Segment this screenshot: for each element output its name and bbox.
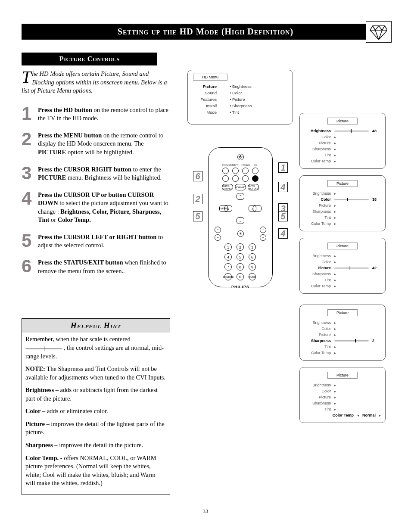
callout-5l: 5: [193, 211, 202, 221]
freeze-button: [242, 168, 249, 174]
autosound-button: AUTO SOUND: [222, 184, 233, 190]
osd-row: Sharpness▸: [304, 208, 381, 215]
hint-p7: Color Temp. - offers NORMAL, COOL, or WA…: [25, 454, 166, 488]
step-number: 6: [22, 258, 34, 275]
osd-row: Color Temp▸: [304, 158, 381, 164]
osd-row: Picture▸: [304, 394, 381, 400]
hint-p3: Brightness – adds or subtracts light fro…: [25, 386, 166, 403]
hd-menu-item: Mode: [193, 109, 217, 115]
hd-menu-item: Picture: [193, 83, 217, 90]
helpful-hint-box: Helpful Hint Remember, when the bar scal…: [22, 318, 170, 495]
numpad-button: 9: [249, 263, 256, 271]
page-title-bar: Setting up the HD Mode (High Definition): [22, 24, 389, 40]
osd-picture-box: PictureBrightness▸Color▸Picture▸Sharpnes…: [299, 305, 386, 361]
vol-down-icon: −: [215, 234, 221, 241]
step-item: 4Press the CURSOR UP or button CURSOR DO…: [22, 191, 170, 224]
osd-row: Tint▸: [304, 344, 381, 350]
osd-row: Color Temp▸: [304, 283, 381, 289]
callout-4b: 4: [278, 228, 288, 239]
hd-menu-item: Install: [193, 103, 217, 109]
osd-row: Picture▸: [304, 202, 381, 208]
helpful-hint-title: Helpful Hint: [22, 319, 170, 333]
osd-picture-box: PictureBrightness48Color▸Picture▸Sharpne…: [299, 113, 386, 169]
osd-row: Brightness48: [304, 128, 381, 134]
osd-title: Picture: [327, 243, 358, 249]
osd-row: Brightness▸: [304, 382, 381, 388]
osd-row: Color Temp◂Normal▸: [304, 412, 381, 418]
mute-button: [252, 175, 258, 182]
section-subtitle: Picture Controls: [22, 53, 157, 65]
callout-4a: 4: [278, 182, 288, 192]
numpad-button: 1: [224, 243, 232, 251]
osd-title: Picture: [327, 309, 358, 316]
numpad-button: 5: [237, 253, 244, 261]
light-button: [232, 168, 239, 174]
numpad-button: SOURCE: [224, 273, 232, 280]
osd-row: Brightness▸: [304, 190, 381, 196]
osd-picture-box: PictureBrightness▸Color38Picture▸Sharpne…: [299, 175, 386, 231]
osd-row: Tint▸: [304, 215, 381, 221]
hd-submenu-item: • Sharpness: [230, 103, 252, 109]
hd-submenu-item: • Tint: [230, 109, 252, 115]
cursor-left-icon: ‹: [224, 205, 232, 212]
step-number: 4: [22, 191, 34, 224]
numpad-button: 7: [224, 263, 232, 271]
osd-row: Picture42: [304, 265, 381, 271]
step-number: 3: [22, 165, 34, 182]
brand-label: PHILIPS: [209, 285, 272, 289]
step-text: Press the CURSOR UP or button CURSOR DOW…: [38, 191, 170, 224]
hint-p2: NOTE: The Shaprness and Tint Controls wi…: [25, 365, 166, 382]
osd-title: Picture: [327, 118, 358, 124]
osd-row: Color Temp▸: [304, 221, 381, 227]
step-text: Press the CURSOR RIGHT button to enter t…: [38, 165, 170, 182]
intro-text: The HD Mode offers certain Picture, Soun…: [22, 70, 170, 95]
step-number: 1: [22, 106, 34, 123]
osd-row: Sharpness▸: [304, 400, 381, 406]
osd-row: Picture▸: [304, 140, 381, 146]
callout-6: 6: [193, 171, 202, 181]
power-icon: ⏻: [237, 154, 244, 160]
hd-menu-box: HD Menu PictureSoundFeaturesInstallMode …: [187, 70, 293, 124]
hint-p1: Remember, when the bar scale is centered…: [25, 335, 166, 361]
osd-row: Tint▸: [304, 406, 381, 412]
step-number: 5: [22, 233, 34, 250]
left-column: The HD Mode offers certain Picture, Soun…: [22, 70, 170, 501]
step-item: 3Press the CURSOR RIGHT button to enter …: [22, 165, 170, 182]
hd-submenu-item: • Color: [230, 90, 252, 96]
osd-row: Sharpness2: [304, 338, 381, 344]
osd-row: Sharpness▸: [304, 146, 381, 152]
hd-menu-title: HD Menu: [193, 74, 227, 81]
step-item: 6Press the STATUS/EXIT button when finis…: [22, 258, 170, 275]
diagram-area: HD Menu PictureSoundFeaturesInstallMode …: [183, 70, 389, 501]
numpad-button: 3: [249, 243, 256, 251]
osd-row: Brightness▸: [304, 320, 381, 326]
step-text: Press the HD button on the remote contro…: [38, 106, 170, 123]
sleep-button: [242, 175, 249, 182]
osd-row: Brightness▸: [304, 253, 381, 259]
osd-picture-box: PictureBrightness▸Color▸Picture▸Sharpnes…: [299, 367, 386, 423]
osd-picture-box: PictureBrightness▸Color▸Picture42Sharpne…: [299, 238, 386, 294]
osd-row: Color▸: [304, 134, 381, 140]
step-item: 1Press the HD button on the remote contr…: [22, 106, 170, 123]
callout-5r: 5: [278, 211, 288, 221]
numpad-button: 2: [237, 243, 244, 251]
cursor-up-icon: ⌃: [237, 193, 244, 200]
diamond-icon: [366, 21, 392, 43]
osd-row: Color▸: [304, 326, 381, 332]
dpad: MENU ⌃ ⌄ ‹ ›: [221, 193, 260, 224]
osd-title: Picture: [327, 372, 358, 379]
osd-row: Color▸: [304, 388, 381, 394]
hd-menu-item: Sound: [193, 90, 217, 96]
hint-p5: Picture – improves the detail of the lig…: [25, 420, 166, 437]
numpad-button: 4: [224, 253, 232, 261]
numpad-button: 0: [237, 273, 244, 280]
step-item: 5Press the CURSOR LEFT or RIGHT button t…: [22, 233, 170, 250]
ch-down-icon: −: [260, 234, 266, 241]
hd-menu-item: Features: [193, 96, 217, 103]
page-title: Setting up the HD Mode (High Definition): [118, 27, 293, 36]
osd-row: Color▸: [304, 259, 381, 265]
hd-submenu-item: • Picture: [230, 96, 252, 103]
step-text: Press the MENU button on the remote cont…: [38, 131, 170, 157]
hd-button: [222, 175, 229, 182]
remote-control: ⏻ STATUS/EXITLIGHTFREEZECC: [208, 147, 273, 287]
